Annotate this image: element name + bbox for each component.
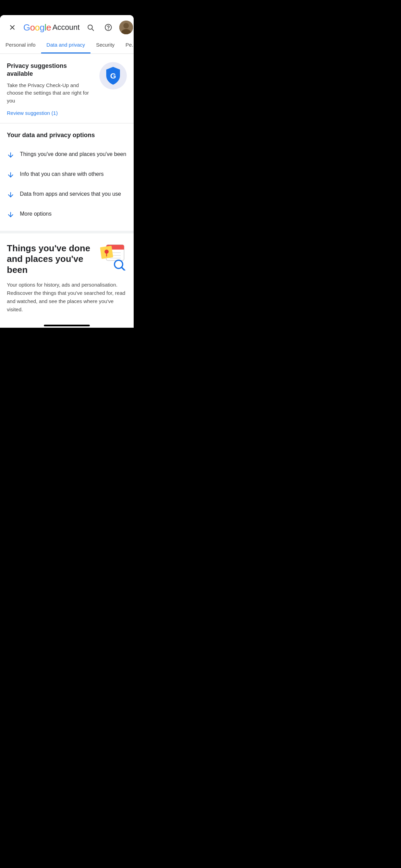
tab-data-privacy[interactable]: Data and privacy (41, 37, 91, 53)
google-account-logo: Google Account (23, 22, 80, 33)
calendar-search-icon (99, 243, 127, 270)
account-label: Account (52, 23, 80, 32)
close-button[interactable] (5, 21, 19, 34)
option-more-options[interactable]: More options (7, 205, 127, 225)
things-description: Your options for history, ads and person… (7, 281, 127, 314)
app-container: Google Account (0, 15, 134, 328)
things-title: Things you've done and places you've bee… (7, 243, 94, 275)
avatar-image (119, 21, 133, 34)
search-button[interactable] (84, 21, 97, 34)
option-things-done[interactable]: Things you've done and places you've bee… (7, 146, 127, 166)
option-text-3: Data from apps and services that you use (20, 190, 121, 198)
option-text-1: Things you've done and places you've bee… (20, 150, 126, 158)
suggestion-title: Privacy suggestions available (7, 62, 94, 78)
shield-icon: G (105, 66, 121, 85)
shield-container: G (99, 62, 127, 89)
svg-text:G: G (110, 72, 116, 80)
tab-people[interactable]: Pe... (120, 37, 134, 53)
option-apps-data[interactable]: Data from apps and services that you use (7, 185, 127, 205)
navigation-tabs: Personal info Data and privacy Security … (0, 37, 134, 54)
data-options-section: Your data and privacy options Things you… (0, 123, 134, 233)
arrow-icon-2 (7, 171, 14, 181)
header-icons (84, 21, 133, 34)
privacy-suggestion-card: Privacy suggestions available Take the P… (0, 54, 134, 123)
option-share-info[interactable]: Info that you can share with others (7, 166, 127, 185)
arrow-icon-4 (7, 211, 14, 220)
option-text-2: Info that you can share with others (20, 170, 104, 178)
status-bar (0, 0, 134, 15)
things-done-section: Things you've done and places you've bee… (0, 233, 134, 322)
review-suggestion-link[interactable]: Review suggestion (1) (7, 110, 58, 116)
avatar[interactable] (119, 21, 133, 34)
suggestion-description: Take the Privacy Check-Up and choose the… (7, 82, 94, 105)
things-icon (99, 243, 127, 270)
help-button[interactable] (101, 21, 115, 34)
home-bar (44, 325, 90, 326)
arrow-icon-3 (7, 191, 14, 201)
header: Google Account (0, 15, 134, 37)
tab-security[interactable]: Security (90, 37, 120, 53)
things-header: Things you've done and places you've bee… (7, 243, 127, 275)
svg-line-23 (122, 267, 125, 270)
svg-point-21 (105, 250, 109, 254)
svg-line-3 (92, 29, 94, 31)
arrow-icon-1 (7, 151, 14, 161)
google-wordmark: Google (23, 22, 51, 33)
data-options-title: Your data and privacy options (7, 132, 127, 139)
option-text-4: More options (20, 210, 52, 218)
tab-personal-info[interactable]: Personal info (0, 37, 41, 53)
svg-point-7 (123, 23, 129, 28)
suggestion-content: Privacy suggestions available Take the P… (7, 62, 94, 116)
home-indicator (0, 322, 134, 328)
